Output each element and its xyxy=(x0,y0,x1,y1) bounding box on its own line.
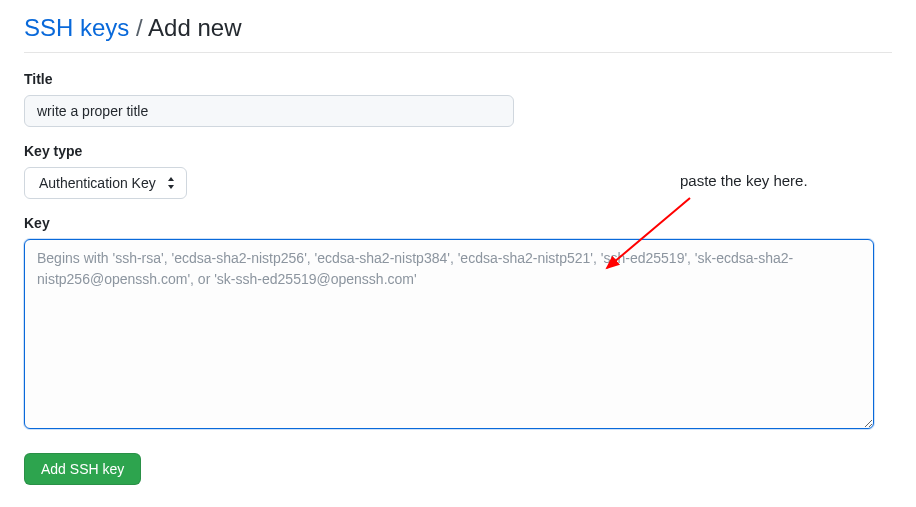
breadcrumb-ssh-keys-link[interactable]: SSH keys xyxy=(24,14,129,41)
title-input[interactable] xyxy=(24,95,514,127)
key-type-select[interactable]: Authentication Key xyxy=(24,167,187,199)
title-group: Title xyxy=(24,71,892,127)
title-label: Title xyxy=(24,71,892,87)
key-label: Key xyxy=(24,215,892,231)
breadcrumb-separator: / xyxy=(136,14,143,41)
key-textarea[interactable] xyxy=(24,239,874,429)
key-type-label: Key type xyxy=(24,143,892,159)
page-header: SSH keys / Add new xyxy=(24,14,892,53)
key-type-group: Key type Authentication Key xyxy=(24,143,892,199)
updown-icon xyxy=(166,176,176,190)
key-group: Key xyxy=(24,215,892,433)
add-ssh-key-button[interactable]: Add SSH key xyxy=(24,453,141,485)
breadcrumb-current: Add new xyxy=(148,14,241,41)
key-type-selected-value: Authentication Key xyxy=(39,175,156,191)
